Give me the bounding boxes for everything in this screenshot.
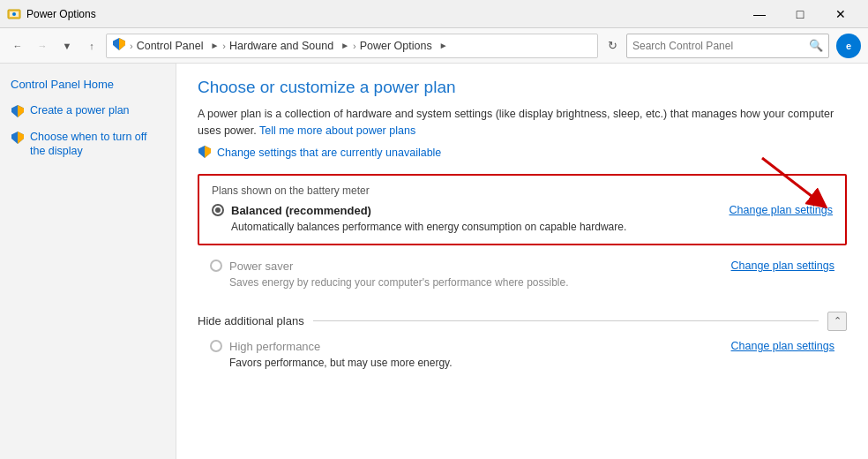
plans-box: Plans shown on the battery meter Balance… bbox=[198, 174, 847, 245]
browser-icon: e bbox=[836, 34, 861, 58]
breadcrumb-sep-3: › bbox=[353, 41, 356, 51]
high-performance-change-link[interactable]: Change plan settings bbox=[731, 340, 834, 352]
power-saver-change-link[interactable]: Change plan settings bbox=[731, 260, 834, 272]
window-title: Power Options bbox=[26, 8, 739, 20]
tell-me-more-link[interactable]: Tell me more about power plans bbox=[259, 124, 415, 137]
restore-button[interactable]: □ bbox=[780, 0, 820, 28]
up-button[interactable]: ↑ bbox=[81, 35, 102, 56]
breadcrumb-sep-1: › bbox=[130, 41, 133, 51]
window-icon bbox=[7, 7, 21, 21]
collapse-additional-plans-button[interactable]: ⌃ bbox=[827, 312, 847, 331]
high-performance-plan-row: High performance Change plan settings bbox=[210, 340, 834, 353]
breadcrumb-control-panel[interactable]: Control Panel bbox=[137, 40, 204, 52]
breadcrumb-arrow-1[interactable]: ► bbox=[210, 41, 219, 50]
window-controls: — □ ✕ bbox=[739, 0, 861, 28]
additional-plans-separator bbox=[313, 320, 819, 321]
back-button[interactable]: ← bbox=[7, 35, 28, 56]
page-title: Choose or customize a power plan bbox=[198, 78, 847, 97]
power-saver-plan-desc: Saves energy by reducing your computer's… bbox=[229, 276, 834, 289]
content-area: Choose or customize a power plan A power… bbox=[176, 64, 868, 459]
breadcrumb-arrow-2[interactable]: ► bbox=[340, 41, 349, 50]
sidebar-turn-off-display-label: Choose when to turn off the display bbox=[30, 130, 165, 159]
svg-point-2 bbox=[12, 12, 16, 16]
display-icon bbox=[11, 131, 25, 147]
search-button[interactable]: 🔍 bbox=[804, 34, 828, 57]
additional-plans-header: Hide additional plans ⌃ bbox=[198, 312, 847, 331]
balanced-plan-name: Balanced (recommended) bbox=[231, 204, 371, 217]
refresh-button[interactable]: ↻ bbox=[602, 35, 623, 56]
high-performance-section: High performance Change plan settings Fa… bbox=[198, 340, 847, 378]
sidebar-item-create-power-plan[interactable]: Create a power plan bbox=[11, 103, 165, 121]
power-saver-plan-name: Power saver bbox=[229, 260, 293, 273]
red-arrow bbox=[736, 149, 842, 220]
create-plan-icon bbox=[11, 104, 25, 121]
svg-marker-10 bbox=[205, 146, 211, 158]
high-performance-radio[interactable] bbox=[210, 340, 222, 352]
page-description: A power plan is a collection of hardware… bbox=[198, 106, 847, 139]
dropdown-recent-button[interactable]: ▼ bbox=[56, 35, 78, 56]
breadcrumb-sep-2: › bbox=[222, 41, 226, 51]
high-performance-plan-desc: Favors performance, but may use more ene… bbox=[229, 357, 834, 369]
power-saver-plan-row: Power saver Change plan settings bbox=[210, 260, 834, 273]
sidebar: Control Panel Home Create a power plan C… bbox=[0, 64, 176, 459]
address-bar: ← → ▼ ↑ › Control Panel ► › Hardware and… bbox=[0, 28, 868, 64]
main-layout: Control Panel Home Create a power plan C… bbox=[0, 64, 868, 459]
svg-marker-4 bbox=[119, 38, 125, 50]
power-saver-section: Power saver Change plan settings Saves e… bbox=[198, 254, 847, 297]
forward-button[interactable]: → bbox=[32, 35, 53, 56]
shield-icon bbox=[198, 145, 212, 162]
search-input[interactable] bbox=[627, 40, 804, 52]
svg-marker-8 bbox=[18, 132, 24, 144]
breadcrumb-hardware-sound[interactable]: Hardware and Sound bbox=[229, 40, 333, 52]
balanced-radio[interactable] bbox=[212, 204, 224, 216]
breadcrumb-bar: › Control Panel ► › Hardware and Sound ►… bbox=[106, 34, 598, 58]
breadcrumb-arrow-3[interactable]: ► bbox=[439, 41, 448, 50]
minimize-button[interactable]: — bbox=[739, 0, 780, 28]
control-panel-icon bbox=[112, 37, 126, 54]
close-button[interactable]: ✕ bbox=[820, 0, 861, 28]
sidebar-home-link[interactable]: Control Panel Home bbox=[11, 78, 165, 91]
svg-marker-6 bbox=[18, 105, 24, 117]
balanced-plan-desc: Automatically balances performance with … bbox=[231, 221, 833, 233]
title-bar: Power Options — □ ✕ bbox=[0, 0, 868, 28]
change-unavailable-label: Change settings that are currently unava… bbox=[217, 147, 441, 159]
sidebar-item-turn-off-display[interactable]: Choose when to turn off the display bbox=[11, 130, 165, 159]
search-box: 🔍 bbox=[626, 34, 829, 58]
additional-plans-label: Hide additional plans bbox=[198, 314, 304, 327]
sidebar-create-plan-label: Create a power plan bbox=[30, 103, 130, 117]
power-saver-radio[interactable] bbox=[210, 260, 222, 272]
high-performance-plan-name: High performance bbox=[229, 340, 320, 353]
breadcrumb-power-options[interactable]: Power Options bbox=[360, 40, 432, 52]
svg-line-12 bbox=[762, 158, 819, 202]
